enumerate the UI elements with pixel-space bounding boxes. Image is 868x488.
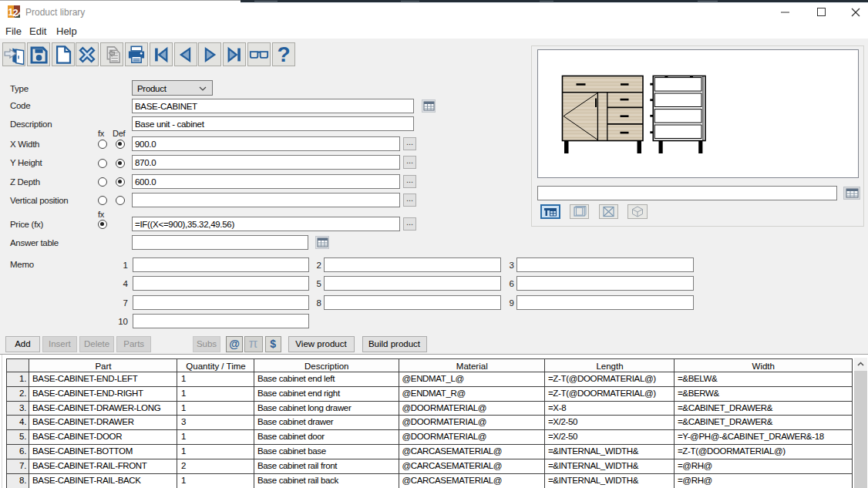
svg-text:?: ? <box>277 44 290 65</box>
svg-text:2: 2 <box>13 7 19 19</box>
